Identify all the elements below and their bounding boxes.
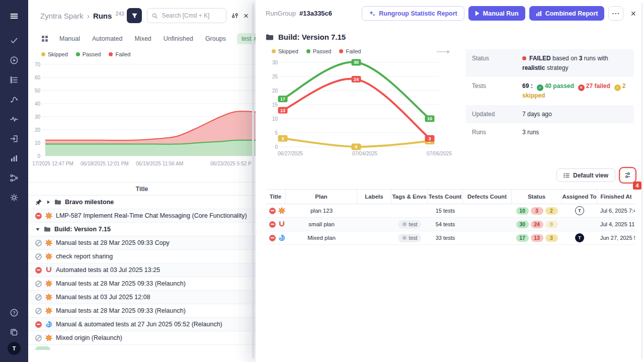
tag-pill[interactable]: test [398, 220, 422, 229]
run-row-partial[interactable] [28, 345, 256, 350]
suites-icon[interactable] [7, 93, 21, 107]
column-assigned-to[interactable]: Assigned To [562, 190, 597, 204]
run-title: Automated tests at 03 Jul 2025 13:25 [56, 266, 160, 274]
play-circle-icon[interactable] [7, 53, 21, 67]
column-tags-envs[interactable]: Tags & Envs [391, 190, 428, 204]
run-row[interactable]: Manual tests at 28 Mar 2025 09:33 (Relau… [28, 304, 256, 318]
tab-unfinished[interactable]: Unfinished [164, 35, 193, 42]
manual-run-button[interactable]: Manual Run [468, 6, 525, 21]
bar-chart-icon [536, 11, 542, 17]
rungroup-summary: Status FAILED based on 3 runs with reali… [466, 49, 634, 142]
column-title[interactable]: Title [266, 190, 286, 204]
column-labels[interactable]: Labels [357, 190, 391, 204]
rungroup-title-row: Build: Version 7.15 [256, 26, 644, 43]
x-axis-label: 17/2025 12:47 PM [32, 161, 73, 166]
runs-table-header[interactable]: Title [28, 182, 256, 196]
tab-automated[interactable]: Automated [92, 35, 122, 42]
sliders-icon [624, 172, 631, 178]
plan-name[interactable]: Mixed plan [307, 235, 336, 241]
panel-scrollbar[interactable] [641, 3, 643, 359]
chart-scroll-right-icon[interactable] [437, 49, 450, 54]
search-input[interactable] [160, 12, 221, 20]
combined-report-button[interactable]: Combined Report [529, 6, 605, 21]
skipped-arrow-icon: › [614, 84, 621, 91]
rungroup-statistic-report-button[interactable]: Rungroup Statistic Report [362, 6, 464, 21]
help-icon[interactable]: ? [7, 306, 21, 320]
tab-manual[interactable]: Manual [59, 35, 80, 42]
column-finished-at[interactable]: Finished At [597, 190, 635, 204]
column-defects-count[interactable]: Defects Count [463, 190, 512, 204]
svg-text:0: 0 [275, 144, 278, 150]
svg-text:25: 25 [272, 74, 278, 79]
run-row[interactable]: LMP-587 Implement Real-Time Chat Messagi… [28, 209, 256, 223]
legend-skipped[interactable]: Skipped [272, 48, 298, 54]
manual-origin-icon [45, 280, 52, 287]
svg-text:24: 24 [354, 77, 359, 82]
check-icon[interactable] [7, 34, 21, 48]
legend-failed[interactable]: Failed [339, 48, 361, 54]
default-view-button[interactable]: Default view [556, 168, 615, 182]
close-icon[interactable]: × [244, 12, 249, 20]
mixed-origin-icon [45, 321, 52, 328]
column-tests-count[interactable]: Tests Count [428, 190, 463, 204]
legend-skipped[interactable]: Skipped [41, 51, 68, 57]
column-plan[interactable]: Plan [286, 190, 357, 204]
svg-text:3: 3 [428, 136, 431, 141]
runs-icon[interactable] [7, 132, 21, 146]
run-row[interactable]: Mixed origin (Relaunch) [28, 331, 256, 345]
analytics-icon[interactable] [7, 151, 21, 165]
close-panel-icon[interactable]: × [630, 9, 636, 18]
svg-text:20: 20 [272, 88, 278, 94]
menu-icon[interactable] [7, 9, 21, 23]
runs-count-badge: 243 [115, 11, 124, 17]
run-row[interactable]: Manual tests at 28 Mar 2025 09:33 Copy [28, 236, 256, 250]
runs-tabs: ManualAutomatedMixedUnfinishedGroups tes… [28, 23, 256, 44]
not-started-status-icon [35, 281, 42, 287]
plan-name[interactable]: small plan [308, 221, 335, 227]
grid-view-icon[interactable] [41, 35, 48, 42]
projects-icon[interactable] [7, 325, 21, 339]
settings-gear-icon[interactable] [7, 191, 21, 205]
legend-failed[interactable]: Failed [109, 51, 130, 57]
run-detail-row[interactable]: Mixed plantest33 tests17133TJun 27, 2025… [266, 231, 635, 245]
breadcrumb-project[interactable]: Zyntra Spark [40, 12, 84, 20]
rungroup-panel: RunGroup #13a335c6 Rungroup Statistic Re… [256, 0, 644, 362]
tag-pill[interactable]: test [398, 234, 422, 242]
plans-branch-icon[interactable] [7, 171, 21, 185]
test-cases-icon[interactable] [7, 73, 21, 87]
more-button[interactable]: ··· [608, 6, 623, 21]
plan-name[interactable]: plan 123 [310, 208, 333, 214]
view-settings-icon[interactable] [231, 12, 238, 19]
tab-mixed[interactable]: Mixed [134, 35, 151, 42]
user-avatar[interactable]: T [8, 342, 21, 355]
skipped-chip: 2 [545, 207, 558, 215]
run-row[interactable]: Manual tests at 28 Mar 2025 09:33 (Relau… [28, 277, 256, 291]
chart-legend: SkippedPassedFailed [266, 48, 453, 54]
run-detail-row[interactable]: plan 12315 tests1032TJul 6, 2025 7:40 [266, 204, 635, 218]
pin-icon [35, 199, 42, 206]
run-row[interactable]: Build: Version 7.15 [28, 223, 256, 236]
svg-text:10: 10 [427, 116, 432, 121]
run-detail-row[interactable]: small plantest54 tests30240Jul 4, 2025 1… [266, 218, 635, 231]
status-value: FAILED based on 3 runs with realistic st… [522, 54, 628, 72]
pulse-icon[interactable] [7, 112, 21, 126]
page-scrollbar[interactable] [252, 3, 254, 359]
run-row[interactable]: Automated tests at 03 Jul 2025 13:25 [28, 263, 256, 277]
assignee-avatar[interactable]: T [575, 233, 584, 242]
svg-text:40: 40 [35, 101, 41, 107]
run-row[interactable]: check report sharing [28, 250, 256, 263]
detail-table-header: TitlePlanLabelsTags & EnvsTests CountDef… [266, 189, 635, 204]
legend-passed[interactable]: Passed [76, 51, 101, 57]
table-settings-button[interactable] [620, 168, 635, 182]
run-row[interactable]: Manual tests at 03 Jul 2025 12:08 [28, 291, 256, 304]
tab-groups[interactable]: Groups [205, 35, 226, 42]
legend-passed[interactable]: Passed [306, 48, 332, 54]
chart-legend: SkippedPassedFailed [28, 51, 256, 57]
rungroup-label: RunGroup [266, 10, 296, 17]
filter-button[interactable] [127, 8, 142, 23]
column-status[interactable]: Status [512, 190, 562, 204]
failed-dot-icon [522, 56, 526, 60]
run-row[interactable]: Bravo milestone [28, 196, 256, 209]
run-row[interactable]: Manual & automated tests at 27 Jun 2025 … [28, 318, 256, 331]
assignee-avatar[interactable]: T [575, 206, 584, 215]
